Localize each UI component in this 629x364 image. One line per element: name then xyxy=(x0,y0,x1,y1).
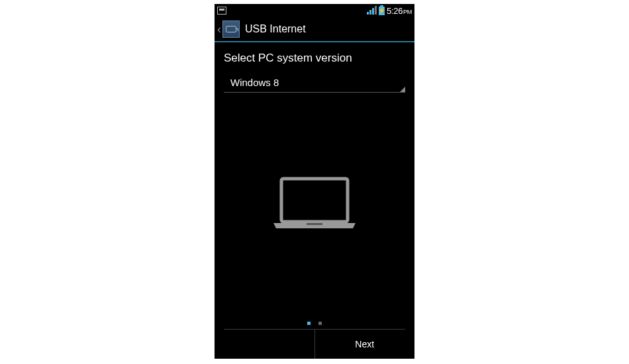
prompt-text: Select PC system version xyxy=(224,52,405,65)
content-area: Select PC system version Windows 8 xyxy=(215,42,414,329)
dropdown-selected-value: Windows 8 xyxy=(230,77,279,88)
page-indicator xyxy=(224,318,405,329)
usb-internet-icon xyxy=(222,21,240,38)
dropdown-indicator-icon xyxy=(400,87,405,92)
status-time: 5:26PM xyxy=(387,6,412,16)
svg-rect-2 xyxy=(307,223,322,225)
status-bar: ⚡ 5:26PM xyxy=(215,4,414,17)
phone-screen: ⚡ 5:26PM ‹ USB Internet Select PC system… xyxy=(215,4,414,359)
footer-bar: Next xyxy=(215,330,414,359)
page-dot-active xyxy=(307,322,311,325)
header-title: USB Internet xyxy=(245,23,306,35)
image-notification-icon xyxy=(217,7,226,15)
signal-icon xyxy=(367,7,377,15)
time-suffix: PM xyxy=(403,9,412,15)
laptop-icon xyxy=(268,175,361,235)
page-dot-inactive xyxy=(318,322,322,325)
illustration-area xyxy=(224,93,405,318)
time-value: 5:26 xyxy=(387,6,403,16)
battery-charging-icon: ⚡ xyxy=(379,7,385,15)
footer-spacer xyxy=(215,330,315,359)
next-button[interactable]: Next xyxy=(315,330,415,359)
header-bar[interactable]: ‹ USB Internet xyxy=(215,17,414,42)
pc-version-dropdown[interactable]: Windows 8 xyxy=(224,73,405,93)
next-label: Next xyxy=(355,339,374,349)
status-right: ⚡ 5:26PM xyxy=(367,6,412,16)
svg-rect-1 xyxy=(286,183,343,217)
status-left xyxy=(217,7,226,15)
back-icon[interactable]: ‹ xyxy=(217,23,221,36)
